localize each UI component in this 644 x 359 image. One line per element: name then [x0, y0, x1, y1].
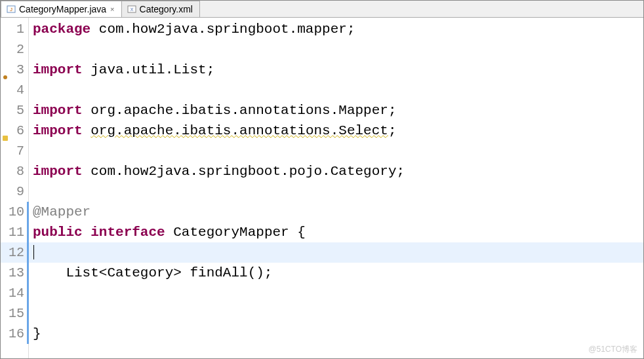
- fold-marker[interactable]: [27, 202, 29, 222]
- java-file-icon: J: [7, 5, 16, 14]
- line-number: 2: [1, 39, 28, 60]
- line-number: 5: [1, 100, 28, 121]
- code-line: [29, 181, 643, 202]
- fold-marker[interactable]: [27, 222, 29, 242]
- code-line: import org.apache.ibatis.annotations.Sel…: [29, 121, 643, 141]
- code-line: package com.how2java.springboot.mapper;: [29, 19, 643, 39]
- line-number: 4: [1, 80, 28, 100]
- svg-point-4: [3, 75, 7, 79]
- close-icon[interactable]: ×: [110, 5, 114, 13]
- code-line: @Mapper: [29, 202, 643, 222]
- line-number: 1: [1, 19, 28, 39]
- fold-marker[interactable]: [27, 283, 29, 303]
- fold-marker[interactable]: [27, 263, 29, 283]
- code-line: [29, 283, 643, 303]
- line-number: 11: [1, 222, 28, 242]
- svg-text:J: J: [10, 7, 12, 12]
- line-number: 13: [1, 263, 28, 283]
- code-line: import java.util.List;: [29, 60, 643, 80]
- editor-area: 1 2 3 4 5 6 7 8 9 10 11 12 13 14 15 16 p…: [1, 18, 643, 358]
- line-number: 12: [1, 242, 28, 263]
- line-number: 15: [1, 303, 28, 324]
- fold-marker[interactable]: [27, 303, 29, 324]
- line-number: 8: [1, 161, 28, 181]
- line-number: 3: [1, 60, 28, 80]
- line-number: 14: [1, 283, 28, 303]
- code-line: public interface CategoryMapper {: [29, 222, 643, 242]
- line-number: 6: [1, 121, 28, 141]
- code-line-active: [29, 242, 643, 263]
- code-line: [29, 303, 643, 324]
- text-cursor: [33, 245, 34, 259]
- code-content[interactable]: package com.how2java.springboot.mapper; …: [29, 18, 643, 358]
- code-line: [29, 39, 643, 60]
- gutter: 1 2 3 4 5 6 7 8 9 10 11 12 13 14 15 16: [1, 18, 29, 358]
- code-line: List<Category> findAll();: [29, 263, 643, 283]
- code-line: import org.apache.ibatis.annotations.Map…: [29, 100, 643, 121]
- code-line: [29, 80, 643, 100]
- line-number: 10: [1, 202, 28, 222]
- line-number: 9: [1, 181, 28, 202]
- unused-import-warning: org.apache.ibatis.annotations.Select: [91, 123, 388, 138]
- warning-icon[interactable]: [2, 128, 9, 134]
- fold-marker[interactable]: [27, 324, 29, 344]
- tab-category-mapper-java[interactable]: J CategoryMapper.java ×: [1, 1, 122, 17]
- fold-marker[interactable]: [27, 242, 29, 263]
- code-line: }: [29, 324, 643, 344]
- svg-rect-5: [3, 136, 8, 141]
- xml-file-icon: X: [127, 5, 136, 14]
- import-collapse-icon[interactable]: [2, 67, 9, 73]
- code-line: [29, 141, 643, 161]
- tab-label: Category.xml: [140, 4, 193, 14]
- watermark: @51CTO博客: [588, 344, 637, 355]
- line-number: 7: [1, 141, 28, 161]
- svg-text:X: X: [130, 7, 133, 12]
- tab-category-xml[interactable]: X Category.xml: [121, 1, 200, 17]
- tab-label: CategoryMapper.java: [19, 4, 106, 14]
- editor-tabs: J CategoryMapper.java × X Category.xml: [1, 1, 643, 18]
- code-line: import com.how2java.springboot.pojo.Cate…: [29, 161, 643, 181]
- line-number: 16: [1, 324, 28, 344]
